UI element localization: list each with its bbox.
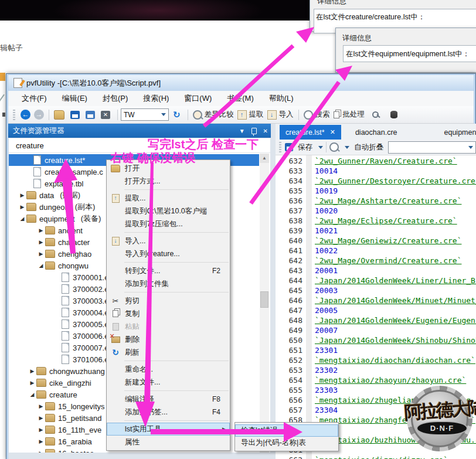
- context-menu-item-[interactable]: 打开: [107, 162, 230, 175]
- menu-m[interactable]: 书签(M): [219, 91, 261, 106]
- chevron-down-icon[interactable]: ▼: [239, 128, 245, 134]
- open-button[interactable]: [54, 110, 67, 120]
- code-line-651: 65123301: [276, 346, 476, 356]
- extract-button[interactable]: ↑ 提取: [237, 110, 264, 120]
- search-button[interactable]: 搜索: [304, 110, 330, 120]
- code-editor[interactable]: 632`2wu_Gunner/Raven/Creature.cre`633100…: [276, 155, 476, 459]
- context-menu-item-[interactable]: 新建文件...: [107, 376, 230, 389]
- save-all-button[interactable]: [86, 111, 97, 119]
- menu-w[interactable]: 窗口(W): [176, 91, 219, 106]
- editor-save-label[interactable]: 保存: [298, 142, 312, 152]
- chevron-down-icon[interactable]: [345, 146, 349, 149]
- explorer-search-input[interactable]: creature: [9, 138, 270, 153]
- collapsed-icon[interactable]: ▶: [18, 204, 26, 210]
- collapsed-icon[interactable]: ▶: [37, 450, 45, 453]
- collapsed-icon[interactable]: ▶: [37, 427, 45, 433]
- tree-scrollbar[interactable]: ▲ ▼: [260, 154, 269, 453]
- scrollbar-thumb[interactable]: [260, 291, 268, 308]
- db-tool-button[interactable]: [387, 111, 401, 118]
- close-icon[interactable]: ✕: [330, 128, 335, 136]
- collapsed-icon[interactable]: ▶: [37, 239, 45, 245]
- scroll-up-icon[interactable]: ▲: [260, 154, 269, 163]
- context-menu-item-[interactable]: ↻刷新: [107, 346, 230, 359]
- context-menu-item-[interactable]: 粘贴: [107, 320, 230, 333]
- collapsed-icon[interactable]: ▶: [37, 251, 45, 257]
- line-number: 649: [276, 326, 302, 335]
- explorer-panel-header[interactable]: 文件资源管理器 ▼ ✕: [8, 124, 271, 138]
- folder-icon: [36, 390, 46, 399]
- folder-icon: [45, 437, 55, 446]
- collapsed-icon[interactable]: ▶: [37, 227, 45, 233]
- title-bar[interactable]: pvfUtility -[C:\黑岩10.0客户端\Script.pvf]: [8, 75, 474, 91]
- collapsed-icon[interactable]: ▶: [18, 192, 26, 198]
- menu-p[interactable]: 封包(P): [95, 91, 135, 106]
- batch-button[interactable]: 批处理: [334, 110, 365, 120]
- context-menu-item-creature[interactable]: 导入到creature...: [107, 247, 230, 260]
- context-menu-item-[interactable]: ↓导入...: [107, 234, 230, 247]
- lst-tools-submenu: 检查lst错误导出为|代码-名称|表: [234, 422, 339, 451]
- back-button[interactable]: ←: [21, 110, 30, 120]
- tab-creature.lst[interactable]: creature.lst*✕: [280, 125, 341, 140]
- file-icon: [33, 155, 41, 165]
- folder-icon: [45, 250, 55, 258]
- context-menu-item-[interactable]: 编辑注释F8: [107, 393, 230, 406]
- context-menu-item-[interactable]: 属性: [107, 436, 230, 448]
- context-menu-item-[interactable]: 复制: [107, 307, 230, 320]
- menu-e[interactable]: 编辑(E): [55, 91, 95, 106]
- context-menu-item-[interactable]: 添加到书签...F4: [107, 406, 230, 419]
- context-menu-item-[interactable]: 删除: [107, 333, 230, 346]
- collapsed-icon[interactable]: ▶: [37, 415, 45, 421]
- collapsed-icon[interactable]: ▶: [28, 380, 36, 386]
- tab-equipment.lst[interactable]: equipment.lst: [438, 125, 476, 140]
- context-menu-item-[interactable]: 重命名...: [107, 363, 230, 376]
- folder-icon: [45, 226, 55, 234]
- tree-item-label: ancient: [58, 226, 83, 235]
- code-line-643: 64320001: [276, 266, 476, 276]
- symbol-combobox[interactable]: [388, 141, 476, 154]
- context-menu-item-[interactable]: ↑提取...: [107, 192, 230, 205]
- submenu-item-[interactable]: 导出为|代码-名称|表: [235, 437, 338, 449]
- import-button[interactable]: ↓ 导入: [267, 110, 294, 120]
- submenu-item-lst[interactable]: 检查lst错误: [235, 424, 338, 437]
- context-menu-item-lst[interactable]: lst实用工具▶: [107, 423, 230, 436]
- menu-f[interactable]: 文件(F): [14, 91, 55, 106]
- reload-button[interactable]: ↻: [171, 110, 183, 120]
- line-number: 644: [276, 276, 302, 285]
- search-label: 搜索: [315, 110, 330, 120]
- close-file-button[interactable]: ✕: [101, 111, 113, 119]
- expanded-icon[interactable]: ◢: [18, 216, 26, 222]
- chevron-down-icon[interactable]: [318, 146, 323, 149]
- key-tool-button[interactable]: [368, 111, 383, 119]
- pin-icon[interactable]: [251, 128, 257, 134]
- menu-l[interactable]: 帮助(L): [261, 91, 301, 106]
- save-icon[interactable]: [285, 143, 293, 151]
- expanded-icon[interactable]: ◢: [28, 392, 36, 397]
- line-text: `2wu_Mage/Ashtarte/Creature.cre`: [315, 196, 461, 205]
- expanded-icon[interactable]: ◢: [37, 263, 45, 268]
- collapsed-icon[interactable]: ▶: [37, 403, 45, 409]
- collapsed-icon[interactable]: ▶: [28, 368, 36, 374]
- menu-h[interactable]: 搜索(H): [135, 91, 176, 106]
- context-menu-item-[interactable]: 打开方式...: [107, 175, 230, 188]
- close-icon[interactable]: ✕: [263, 128, 268, 134]
- context-menu-item-[interactable]: ✂剪切: [107, 294, 230, 307]
- menu-item-label: 添加到书签...: [125, 407, 168, 417]
- line-text: 20005: [315, 306, 338, 315]
- tab-diaochan.cre[interactable]: diaochan.cre: [349, 125, 403, 140]
- context-menu-item-[interactable]: 转到文件...F2: [107, 264, 230, 277]
- diff-compare-button[interactable]: 差异比较: [193, 110, 234, 120]
- autofold-label[interactable]: 自动折叠: [354, 142, 383, 152]
- save-button[interactable]: [70, 111, 82, 119]
- language-select[interactable]: TW: [121, 108, 169, 121]
- tab-label: equipment.lst: [444, 128, 476, 137]
- collapsed-icon[interactable]: ▶: [37, 438, 45, 444]
- blank-icon: [110, 219, 121, 229]
- context-menu-item-[interactable]: 添加到文件集: [107, 277, 230, 290]
- line-text: 23304: [315, 406, 338, 414]
- forward-button[interactable]: →: [34, 110, 44, 120]
- folder-icon: [45, 402, 55, 410]
- context-menu-item-7z[interactable]: 提取到7z压缩包...: [107, 217, 230, 230]
- context-menu-item-c100[interactable]: 提取到C:\黑岩10.0客户端: [107, 205, 230, 217]
- database-icon: [390, 111, 397, 118]
- find-icon[interactable]: [329, 142, 339, 152]
